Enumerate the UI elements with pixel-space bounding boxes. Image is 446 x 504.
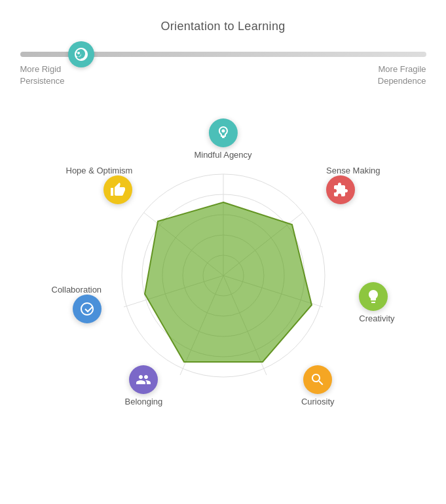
node-curiosity[interactable]: Curiosity xyxy=(301,365,335,406)
curiosity-label: Curiosity xyxy=(301,397,335,406)
slider-label-right: More Fragile Dependence xyxy=(378,63,426,87)
slider-track[interactable] xyxy=(20,52,426,57)
node-mindful-agency[interactable]: Mindful Agency xyxy=(194,118,251,160)
collaboration-label: Collaboration xyxy=(52,285,102,295)
yin-yang-icon xyxy=(73,46,89,62)
page-title: Orientation to Learning xyxy=(160,20,285,33)
mindful-agency-icon xyxy=(208,118,237,147)
node-creativity[interactable]: Creativity xyxy=(359,282,394,323)
hope-optimism-label: Hope & Optimism xyxy=(66,166,133,175)
node-sense-making[interactable]: Sense Making xyxy=(326,163,380,204)
belonging-label: Belonging xyxy=(125,397,163,406)
creativity-label: Creativity xyxy=(359,314,394,323)
node-hope-optimism[interactable]: Hope & Optimism xyxy=(66,163,133,204)
slider-thumb[interactable] xyxy=(68,41,94,67)
slider-label-left: More Rigid Persistence xyxy=(20,63,65,87)
collaboration-icon xyxy=(73,295,102,323)
creativity-icon xyxy=(359,282,388,311)
slider-section: More Rigid Persistence More Fragile Depe… xyxy=(20,52,426,87)
radar-section: Mindful Agency Sense Making Creativity xyxy=(40,105,407,446)
sense-making-icon xyxy=(326,175,355,204)
sense-making-label: Sense Making xyxy=(326,166,380,175)
hope-optimism-icon xyxy=(103,175,132,204)
node-collaboration[interactable]: Collaboration xyxy=(52,282,102,323)
mindful-agency-label: Mindful Agency xyxy=(194,150,251,160)
radar-chart xyxy=(112,164,335,387)
node-belonging[interactable]: Belonging xyxy=(125,365,163,406)
svg-marker-12 xyxy=(145,202,312,362)
belonging-icon xyxy=(129,365,158,394)
curiosity-icon xyxy=(303,365,332,394)
svg-point-13 xyxy=(221,130,225,133)
page-container: Orientation to Learning More Rigid Persi… xyxy=(0,0,446,504)
